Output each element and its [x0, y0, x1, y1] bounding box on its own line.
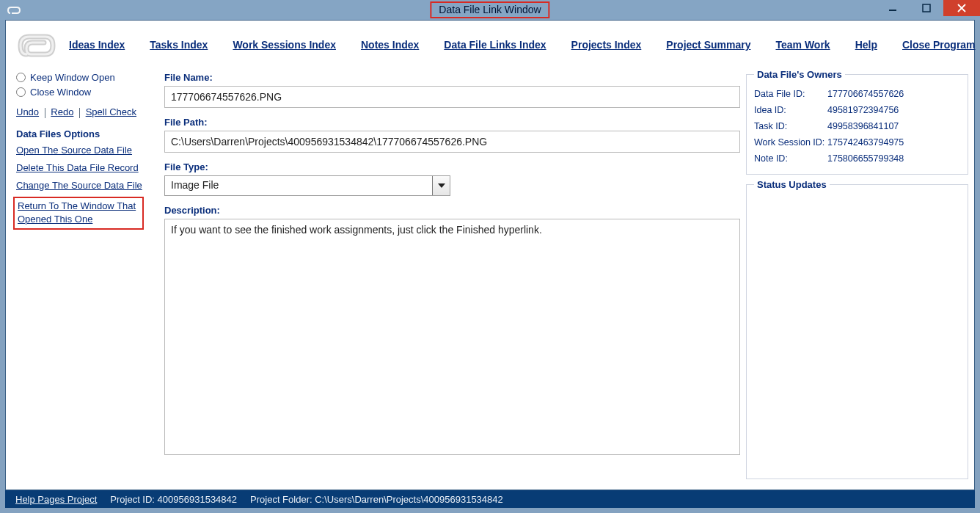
menu-close-program[interactable]: Close Program [902, 39, 976, 51]
separator-icon [45, 108, 45, 118]
status-project-folder: Project Folder: C:\Users\Darren\Projects… [250, 494, 503, 505]
owner-task-id-key: Task ID: [754, 118, 827, 134]
owner-data-file-id-key: Data File ID: [754, 86, 827, 102]
svg-rect-1 [923, 4, 930, 12]
owner-task-id-row: Task ID: 49958396841107 [754, 118, 960, 134]
window-title: Data File Link Window [439, 4, 541, 15]
owner-work-session-id-key: Work Session ID: [754, 134, 827, 150]
owner-work-session-id-val: 175742463794975 [827, 134, 904, 150]
keep-window-open-label: Keep Window Open [30, 72, 115, 83]
description-label: Description: [164, 205, 740, 216]
file-type-value: Image File [165, 176, 432, 195]
right-pane: Data File's Owners Data File ID: 1777066… [746, 69, 968, 484]
owner-idea-id-row: Idea ID: 49581972394756 [754, 102, 960, 118]
window-controls [876, 0, 980, 18]
menu-tasks-index[interactable]: Tasks Index [150, 39, 208, 51]
file-type-label: File Type: [164, 161, 740, 172]
status-updates-legend: Status Updates [754, 179, 830, 190]
file-path-input[interactable] [164, 131, 740, 153]
return-link-line2: Opened This One [18, 214, 92, 225]
svg-line-3 [958, 4, 965, 12]
close-window-input[interactable] [16, 87, 26, 97]
owner-note-id-key: Note ID: [754, 150, 827, 167]
window-title-box: Data File Link Window [430, 1, 549, 18]
menubar: Ideas Index Tasks Index Work Sessions In… [6, 21, 974, 69]
data-file-owners-group: Data File's Owners Data File ID: 1777066… [746, 69, 968, 175]
owners-legend: Data File's Owners [754, 69, 845, 80]
owner-data-file-id-val: 177706674557626 [827, 86, 904, 102]
file-name-input[interactable] [164, 86, 740, 108]
close-window-radio[interactable]: Close Window [16, 87, 156, 98]
maximize-button[interactable] [910, 0, 943, 16]
owner-note-id-val: 175806655799348 [827, 150, 904, 167]
svg-line-2 [958, 4, 965, 12]
close-button[interactable] [943, 0, 980, 16]
left-pane: Keep Window Open Close Window Undo Redo … [12, 69, 158, 484]
menu-ideas-index[interactable]: Ideas Index [69, 39, 125, 51]
menu-help[interactable]: Help [855, 39, 877, 51]
spell-check-link[interactable]: Spell Check [86, 106, 136, 117]
separator-icon [79, 108, 80, 118]
description-textarea[interactable] [164, 219, 740, 455]
status-project-folder-label: Project Folder: [250, 494, 312, 505]
chevron-down-icon[interactable] [432, 176, 450, 195]
status-updates-empty [754, 196, 960, 471]
menu-projects-index[interactable]: Projects Index [571, 39, 642, 51]
owner-work-session-id-row: Work Session ID: 175742463794975 [754, 134, 960, 150]
owner-note-id-row: Note ID: 175806655799348 [754, 150, 960, 167]
owner-idea-id-val: 49581972394756 [827, 102, 899, 118]
change-source-data-file-link[interactable]: Change The Source Data File [16, 179, 156, 192]
menu-notes-index[interactable]: Notes Index [361, 39, 419, 51]
status-updates-group: Status Updates [746, 179, 968, 479]
return-link-highlight-box: Return To The Window That Opened This On… [13, 197, 144, 230]
app-icon [7, 5, 21, 15]
titlebar: Data File Link Window [0, 0, 980, 20]
menu-work-sessions[interactable]: Work Sessions Index [233, 39, 336, 51]
owner-data-file-id-row: Data File ID: 177706674557626 [754, 86, 960, 102]
return-to-window-link[interactable]: Return To The Window That Opened This On… [18, 200, 139, 226]
file-path-label: File Path: [164, 117, 740, 128]
paperclip-logo-icon [18, 28, 56, 62]
owner-idea-id-key: Idea ID: [754, 102, 827, 118]
svg-marker-4 [438, 183, 445, 188]
file-name-label: File Name: [164, 72, 740, 83]
delete-data-file-record-link[interactable]: Delete This Data File Record [16, 161, 156, 175]
status-project-folder-value: C:\Users\Darren\Projects\400956931534842 [315, 494, 503, 505]
status-project-id-value: 400956931534842 [158, 494, 237, 505]
keep-window-open-radio[interactable]: Keep Window Open [16, 72, 156, 83]
close-window-label: Close Window [30, 87, 91, 98]
menu-datafile-links[interactable]: Data File Links Index [444, 39, 546, 51]
menu-team-work[interactable]: Team Work [775, 39, 830, 51]
keep-window-open-input[interactable] [16, 73, 26, 82]
client-area: Ideas Index Tasks Index Work Sessions In… [5, 20, 975, 490]
status-project-id: Project ID: 400956931534842 [110, 494, 237, 505]
redo-link[interactable]: Redo [51, 106, 73, 117]
center-pane: File Name: File Path: File Type: Image F… [161, 69, 743, 484]
statusbar: Help Pages Project Project ID: 400956931… [5, 490, 975, 508]
owner-task-id-val: 49958396841107 [827, 118, 899, 134]
minimize-button[interactable] [876, 0, 910, 16]
status-project-id-label: Project ID: [110, 494, 155, 505]
menu-project-summary[interactable]: Project Summary [666, 39, 750, 51]
file-type-select[interactable]: Image File [164, 175, 450, 196]
data-files-options-heading: Data Files Options [16, 128, 156, 139]
return-link-line1: Return To The Window That [18, 200, 136, 211]
open-source-data-file-link[interactable]: Open The Source Data File [16, 144, 156, 157]
help-pages-project-link[interactable]: Help Pages Project [15, 494, 97, 505]
undo-link[interactable]: Undo [16, 106, 39, 117]
